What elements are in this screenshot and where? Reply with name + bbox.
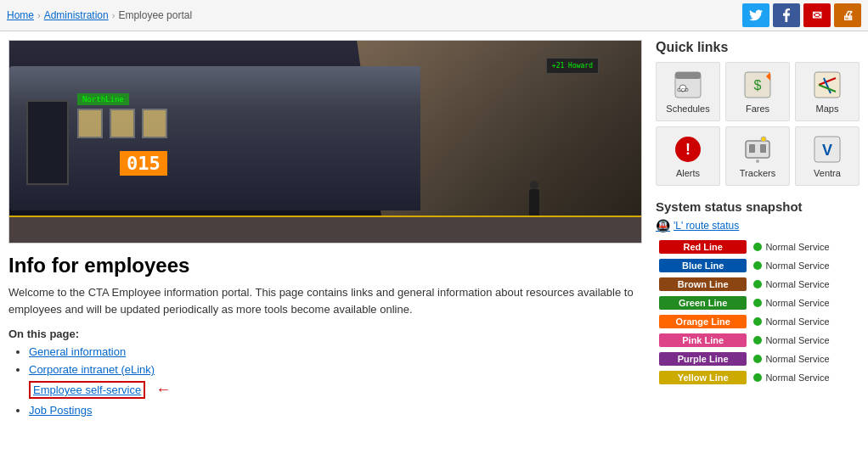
- line-name-cell-purple-line: Purple Line: [656, 350, 750, 368]
- page-intro: Welcome to the CTA Employee information …: [8, 284, 642, 317]
- top-bar: Home › Administration › Employee portal …: [0, 0, 868, 31]
- line-badge-blue-line: Blue Line: [659, 259, 747, 272]
- status-cell-purple-line: Normal Service: [750, 350, 860, 368]
- svg-text:$: $: [754, 78, 762, 92]
- status-text: Normal Service: [765, 372, 829, 383]
- intranet-link[interactable]: Corporate intranet (eLink): [29, 363, 155, 376]
- right-column: Quick links CCO Schedules $ Fares Maps !…: [656, 40, 860, 422]
- line-badge-yellow-line: Yellow Line: [659, 371, 747, 384]
- quick-link-label-alerts: Alerts: [676, 168, 700, 178]
- quick-links-title: Quick links: [656, 40, 860, 55]
- main-container: NorthLine 015 +21 Howard Info for employ…: [0, 31, 868, 430]
- self-service-link[interactable]: Employee self-service: [29, 381, 145, 399]
- page-title: Info for employees: [8, 254, 642, 277]
- list-item-jobs: Job Postings: [29, 404, 642, 417]
- train-body: NorthLine 015: [9, 66, 420, 210]
- left-column: NorthLine 015 +21 Howard Info for employ…: [8, 40, 642, 422]
- arrow-indicator: ←: [155, 381, 171, 399]
- status-row-red-line: Red LineNormal Service: [656, 238, 860, 256]
- svg-rect-16: [760, 144, 766, 153]
- quick-link-maps[interactable]: Maps: [795, 62, 860, 121]
- train-window-3: [142, 109, 167, 138]
- green-dot: [753, 299, 762, 307]
- list-item-intranet: Corporate intranet (eLink): [29, 363, 642, 376]
- status-indicator: Normal Service: [753, 372, 856, 383]
- line-name-cell-orange-line: Orange Line: [656, 312, 750, 331]
- svg-text:V: V: [822, 142, 832, 159]
- quick-link-icon-trackers: [742, 134, 773, 165]
- status-cell-orange-line: Normal Service: [750, 312, 860, 331]
- email-button[interactable]: ✉: [803, 3, 831, 27]
- status-row-brown-line: Brown LineNormal Service: [656, 275, 860, 294]
- quick-link-ventra[interactable]: V Ventra: [795, 126, 860, 186]
- quick-link-label-ventra: Ventra: [814, 168, 841, 178]
- hero-image: NorthLine 015 +21 Howard: [8, 40, 642, 244]
- svg-point-18: [761, 137, 766, 142]
- line-badge-purple-line: Purple Line: [659, 352, 747, 366]
- green-dot: [753, 355, 762, 363]
- green-dot: [753, 317, 762, 326]
- status-text: Normal Service: [765, 298, 829, 308]
- l-route-label: 'L' route status: [674, 220, 739, 232]
- train-door: [26, 100, 69, 185]
- status-row-blue-line: Blue LineNormal Service: [656, 256, 860, 275]
- breadcrumb-sep-2: ›: [112, 10, 116, 20]
- line-badge-red-line: Red Line: [659, 240, 747, 254]
- status-indicator: Normal Service: [753, 316, 856, 327]
- svg-rect-15: [749, 144, 755, 153]
- train-window-2: [110, 109, 135, 138]
- status-text: Normal Service: [765, 354, 829, 364]
- status-row-orange-line: Orange LineNormal Service: [656, 312, 860, 331]
- quick-link-label-trackers: Trackers: [740, 168, 775, 178]
- list-item-general: General information: [29, 345, 642, 358]
- facebook-button[interactable]: [773, 3, 800, 27]
- job-postings-link[interactable]: Job Postings: [29, 404, 92, 417]
- system-status-title: System status snapshot: [656, 199, 860, 214]
- twitter-button[interactable]: [742, 3, 769, 27]
- quick-link-icon-fares: $: [742, 70, 773, 100]
- quick-link-fares[interactable]: $ Fares: [725, 62, 790, 121]
- line-name-cell-red-line: Red Line: [656, 238, 750, 256]
- green-dot: [753, 336, 762, 344]
- green-dot: [753, 373, 762, 382]
- general-info-link[interactable]: General information: [29, 345, 126, 358]
- status-indicator: Normal Service: [753, 279, 856, 289]
- print-button[interactable]: 🖨: [834, 3, 861, 27]
- svg-text:!: !: [685, 141, 690, 158]
- platform-figure: [529, 189, 539, 219]
- list-item-self-service: Employee self-service ←: [29, 381, 642, 399]
- status-indicator: Normal Service: [753, 335, 856, 345]
- quick-link-label-maps: Maps: [816, 104, 839, 114]
- quick-link-icon-schedules: CCO: [673, 70, 703, 100]
- status-row-green-line: Green LineNormal Service: [656, 294, 860, 312]
- page-links: General information Corporate intranet (…: [8, 345, 642, 417]
- breadcrumb-admin[interactable]: Administration: [44, 9, 109, 21]
- platform: [9, 217, 641, 243]
- status-text: Normal Service: [765, 335, 829, 345]
- quick-link-label-fares: Fares: [746, 104, 769, 114]
- train-scene: NorthLine 015 +21 Howard: [9, 41, 641, 243]
- status-cell-blue-line: Normal Service: [750, 256, 860, 275]
- green-dot: [753, 261, 762, 270]
- quick-link-icon-alerts: !: [673, 134, 703, 165]
- quick-link-trackers[interactable]: Trackers: [725, 126, 790, 186]
- line-badge-pink-line: Pink Line: [659, 333, 747, 347]
- l-route-link[interactable]: 🚇 'L' route status: [656, 219, 860, 232]
- train-window-1: [77, 109, 103, 138]
- status-cell-brown-line: Normal Service: [750, 275, 860, 294]
- line-name-cell-brown-line: Brown Line: [656, 275, 750, 294]
- status-cell-yellow-line: Normal Service: [750, 368, 860, 387]
- status-cell-red-line: Normal Service: [750, 238, 860, 256]
- line-badge-green-line: Green Line: [659, 296, 747, 310]
- status-text: Normal Service: [765, 316, 829, 327]
- status-indicator: Normal Service: [753, 298, 856, 308]
- social-icons: ✉ 🖨: [742, 3, 861, 27]
- sign-board: +21 Howard: [546, 58, 599, 74]
- breadcrumb-home[interactable]: Home: [7, 9, 34, 21]
- quick-link-schedules[interactable]: CCO Schedules: [656, 62, 720, 121]
- quick-link-label-schedules: Schedules: [666, 104, 709, 114]
- breadcrumb: Home › Administration › Employee portal: [7, 9, 192, 21]
- status-indicator: Normal Service: [753, 260, 856, 271]
- quick-link-icon-ventra: V: [812, 134, 843, 165]
- quick-link-alerts[interactable]: ! Alerts: [656, 126, 720, 186]
